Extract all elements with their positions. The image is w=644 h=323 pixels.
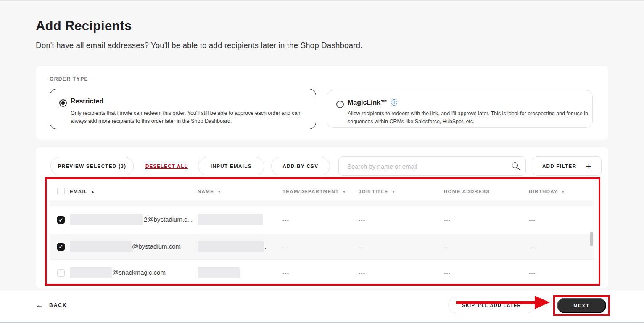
radio-unselected-icon[interactable] — [336, 101, 344, 108]
order-type-card: ORDER TYPE Restricted Only recipients th… — [36, 66, 608, 140]
row-checkbox[interactable]: ✓ — [57, 243, 65, 251]
name-cell — [198, 267, 282, 278]
team-cell: --- — [282, 270, 359, 276]
page-title: Add Recipients — [36, 19, 132, 34]
search-input[interactable] — [347, 157, 507, 175]
order-type-option-magiclink[interactable]: MagicLink™ Allow recipients to redeem wi… — [327, 90, 593, 128]
add-filter-button[interactable]: ADD FILTER + — [533, 156, 602, 176]
birthday-cell: --- — [529, 217, 594, 223]
redaction-block — [198, 267, 240, 278]
search-box[interactable] — [338, 156, 526, 176]
redaction-block — [70, 267, 112, 278]
preview-selected-button[interactable]: PREVIEW SELECTED (3) — [50, 157, 134, 175]
order-type-label: ORDER TYPE — [50, 76, 88, 82]
footer-bar: ← BACK SKIP, I'LL ADD LATER NEXT — [0, 290, 644, 322]
email-cell: 2@bystadium.c... — [70, 214, 198, 225]
birthday-cell: --- — [529, 244, 594, 250]
team-cell: --- — [282, 217, 359, 223]
column-header-email[interactable]: EMAIL▲ — [70, 189, 198, 194]
recipients-toolbar: PREVIEW SELECTED (3) DESELECT ALL INPUT … — [50, 156, 602, 176]
radio-selected-icon[interactable] — [59, 99, 67, 107]
sort-asc-icon[interactable]: ▲ — [91, 190, 95, 194]
sort-desc-icon[interactable]: ▼ — [391, 190, 396, 194]
search-icon — [512, 162, 518, 168]
email-cell: @bystadium.com — [70, 241, 198, 252]
redaction-block — [198, 214, 263, 225]
team-cell: --- — [282, 244, 359, 250]
page-subtitle: Don't have all email addresses? You'll b… — [36, 41, 362, 50]
magiclink-description: Allow recipients to redeem with the link… — [348, 110, 588, 126]
table-header-row: ✓ EMAIL▲ NAME▼ TEAM/DEPARTMENT▼ JOB TITL… — [50, 184, 594, 199]
row-checkbox[interactable]: ✓ — [57, 216, 65, 224]
table-row[interactable]: ✓ @snackmagic.com --- --- --- --- — [50, 260, 594, 286]
table-row[interactable]: ✓ @bystadium.com . --- --- --- --- — [50, 234, 594, 260]
input-emails-button[interactable]: INPUT EMAILS — [198, 157, 264, 175]
table-row[interactable]: ✓ 2@bystadium.c... --- --- --- --- — [50, 207, 594, 233]
name-cell: . — [198, 241, 282, 252]
deselect-all-link[interactable]: DESELECT ALL — [145, 164, 188, 169]
home-address-cell: --- — [444, 217, 529, 223]
column-header-home-address[interactable]: HOME ADDRESS — [444, 189, 529, 194]
table-scrollbar-thumb[interactable] — [590, 232, 593, 246]
restricted-title: Restricted — [71, 98, 103, 105]
add-filter-label: ADD FILTER — [542, 164, 577, 169]
add-by-csv-button[interactable]: ADD BY CSV — [271, 157, 330, 175]
skip-button[interactable]: SKIP, I'LL ADD LATER — [448, 297, 535, 313]
next-button[interactable]: NEXT — [557, 298, 606, 313]
column-header-birthday[interactable]: BIRTHDAY▼ — [529, 189, 594, 194]
check-icon: ✓ — [59, 217, 63, 223]
home-address-cell: --- — [444, 270, 529, 276]
column-header-name[interactable]: NAME▼ — [198, 189, 282, 194]
sort-desc-icon[interactable]: ▼ — [561, 190, 565, 194]
info-icon[interactable] — [391, 99, 397, 106]
birthday-cell: --- — [529, 270, 594, 276]
order-type-option-restricted[interactable]: Restricted Only recipients that I invite… — [50, 89, 316, 129]
sort-desc-icon[interactable]: ▼ — [342, 190, 346, 194]
redaction-block — [70, 214, 143, 225]
job-title-cell: --- — [359, 270, 444, 276]
column-header-team[interactable]: TEAM/DEPARTMENT▼ — [282, 189, 359, 194]
back-label: BACK — [49, 302, 67, 308]
magiclink-title: MagicLink™ — [348, 99, 397, 106]
sort-desc-icon[interactable]: ▼ — [217, 190, 222, 194]
row-checkbox[interactable]: ✓ — [57, 269, 65, 277]
plus-icon: + — [586, 160, 592, 172]
home-address-cell: --- — [444, 244, 529, 250]
email-cell: @snackmagic.com — [70, 267, 198, 278]
check-icon: ✓ — [59, 244, 63, 249]
column-header-job-title[interactable]: JOB TITLE▼ — [359, 189, 444, 194]
job-title-cell: --- — [359, 217, 444, 223]
name-cell — [198, 214, 282, 225]
partially-scrolled-row — [50, 200, 594, 206]
back-button[interactable]: ← BACK — [36, 301, 67, 310]
redaction-block — [198, 241, 264, 252]
recipients-card: PREVIEW SELECTED (3) DESELECT ALL INPUT … — [36, 147, 608, 288]
redaction-block — [70, 241, 132, 252]
back-arrow-icon: ← — [36, 301, 43, 310]
restricted-description: Only recipients that I invite can redeem… — [71, 109, 306, 126]
select-all-checkbox[interactable]: ✓ — [57, 188, 65, 195]
job-title-cell: --- — [359, 244, 444, 250]
